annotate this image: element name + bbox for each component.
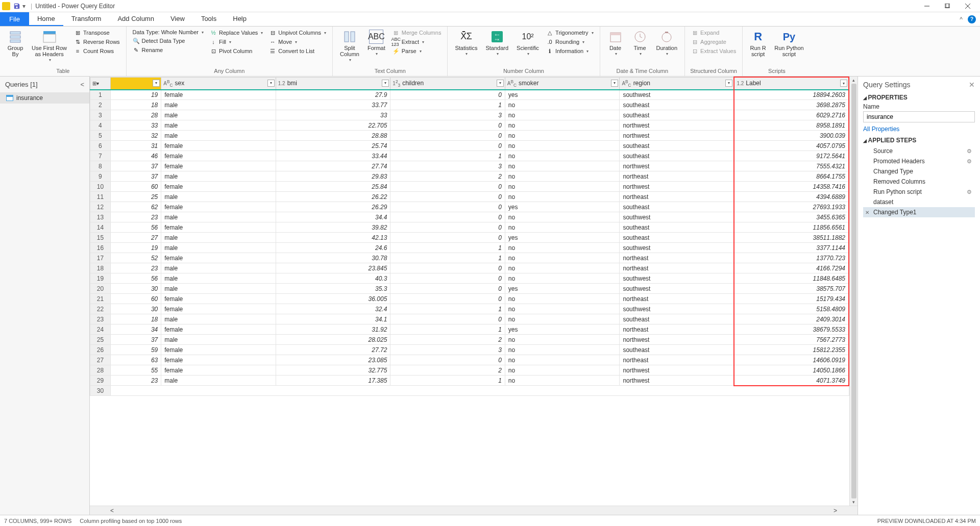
cell-sex[interactable]: male bbox=[161, 100, 276, 110]
table-row[interactable]: 218male33.771nosoutheast3698.2875 bbox=[90, 100, 849, 110]
date-button[interactable]: Date▾ bbox=[604, 29, 627, 58]
cell-smoker[interactable]: no bbox=[505, 253, 620, 263]
cell-children[interactable]: 0 bbox=[390, 212, 505, 222]
cell-sex[interactable]: female bbox=[161, 222, 276, 233]
cell-age[interactable]: 23 bbox=[110, 263, 161, 273]
cell-bmi[interactable]: 36.005 bbox=[276, 294, 390, 304]
cell-bmi[interactable]: 33.77 bbox=[276, 100, 390, 110]
tab-tools[interactable]: Tools bbox=[193, 12, 225, 26]
cell-label[interactable]: 15812.2355 bbox=[734, 345, 849, 355]
row-number[interactable]: 7 bbox=[90, 151, 111, 161]
cell-region[interactable]: southwest bbox=[620, 273, 734, 284]
cell-age[interactable]: 19 bbox=[110, 243, 161, 253]
cell-sex[interactable]: female bbox=[161, 151, 276, 161]
minimize-button[interactable] bbox=[917, 0, 937, 12]
trigonometry-button[interactable]: △Trigonometry▾ bbox=[544, 29, 595, 37]
row-number[interactable]: 20 bbox=[90, 284, 111, 294]
cell-region[interactable]: northeast bbox=[620, 294, 734, 304]
row-number[interactable]: 5 bbox=[90, 131, 111, 141]
statistics-button[interactable]: X̄ΣStatistics▾ bbox=[452, 29, 480, 58]
cell-bmi[interactable]: 26.29 bbox=[276, 202, 390, 212]
cell-sex[interactable]: male bbox=[161, 212, 276, 222]
cell-label[interactable]: 38575.707 bbox=[734, 284, 849, 294]
applied-step[interactable]: Removed Columns bbox=[863, 177, 975, 187]
move-button[interactable]: ↔Move▾ bbox=[267, 38, 328, 46]
row-number[interactable]: 8 bbox=[90, 161, 111, 171]
run-python-button[interactable]: PyRun Python script bbox=[771, 29, 806, 58]
cell-sex[interactable]: male bbox=[161, 233, 276, 243]
cell-bmi[interactable]: 31.92 bbox=[276, 324, 390, 335]
duration-button[interactable]: Duration▾ bbox=[653, 29, 681, 58]
cell-age[interactable]: 23 bbox=[110, 375, 161, 386]
cell-children[interactable]: 0 bbox=[390, 355, 505, 365]
cell-bmi[interactable]: 22.705 bbox=[276, 120, 390, 131]
cell-region[interactable]: southeast bbox=[620, 233, 734, 243]
tab-add-column[interactable]: Add Column bbox=[109, 12, 162, 26]
collapse-ribbon-icon[interactable]: ^ bbox=[960, 16, 963, 23]
cell-children[interactable]: 2 bbox=[390, 171, 505, 182]
cell-label[interactable]: 38511.1882 bbox=[734, 233, 849, 243]
cell-label[interactable]: 8958.1891 bbox=[734, 120, 849, 131]
extract-values-button[interactable]: ⊡Extract Values bbox=[689, 47, 738, 55]
filter-dropdown-icon[interactable]: ▾ bbox=[382, 80, 389, 87]
table-row[interactable]: 1323male34.40nosouthwest3455.6365 bbox=[90, 212, 849, 222]
cell-smoker[interactable]: yes bbox=[505, 284, 620, 294]
column-header-bmi[interactable]: 1.2bmi▾ bbox=[276, 77, 390, 90]
cell-label[interactable]: 4394.6889 bbox=[734, 192, 849, 202]
cell-region[interactable]: southwest bbox=[620, 212, 734, 222]
column-header-region[interactable]: ABCregion▾ bbox=[620, 77, 734, 90]
cell-label[interactable]: 38679.5533 bbox=[734, 324, 849, 335]
time-button[interactable]: Time▾ bbox=[629, 29, 651, 58]
help-icon[interactable]: ? bbox=[968, 15, 976, 23]
cell-sex[interactable]: male bbox=[161, 284, 276, 294]
gear-icon[interactable]: ⚙ bbox=[967, 189, 972, 195]
column-header-children[interactable]: 123children▾ bbox=[390, 77, 505, 90]
table-row[interactable]: 1752female30.781nonortheast13770.723 bbox=[90, 253, 849, 263]
table-row[interactable]: 328male333nosoutheast6029.2716 bbox=[90, 110, 849, 120]
cell-region[interactable]: southeast bbox=[620, 202, 734, 212]
cell-region[interactable]: northwest bbox=[620, 182, 734, 192]
cell-smoker[interactable]: no bbox=[505, 192, 620, 202]
aggregate-button[interactable]: ⊟Aggregate bbox=[689, 38, 738, 46]
cell-region[interactable]: northwest bbox=[620, 365, 734, 375]
cell-region[interactable]: northwest bbox=[620, 120, 734, 131]
cell-sex[interactable]: female bbox=[161, 355, 276, 365]
maximize-button[interactable] bbox=[937, 0, 958, 12]
cell-bmi[interactable]: 30.78 bbox=[276, 253, 390, 263]
table-row[interactable]: 2763female23.0850nonortheast14606.0919 bbox=[90, 355, 849, 365]
cell-smoker[interactable]: no bbox=[505, 141, 620, 151]
cell-age[interactable]: 56 bbox=[110, 273, 161, 284]
unpivot-button[interactable]: ⊟Unpivot Columns▾ bbox=[267, 29, 328, 37]
cell-region[interactable]: northeast bbox=[620, 171, 734, 182]
cell-children[interactable]: 0 bbox=[390, 120, 505, 131]
row-number[interactable]: 29 bbox=[90, 375, 111, 386]
cell-bmi[interactable]: 26.22 bbox=[276, 192, 390, 202]
row-number[interactable]: 18 bbox=[90, 263, 111, 273]
cell-children[interactable]: 3 bbox=[390, 345, 505, 355]
cell-age[interactable]: 28 bbox=[110, 110, 161, 120]
cell-age[interactable]: 34 bbox=[110, 324, 161, 335]
table-row[interactable]: 937male29.832nonortheast8664.1755 bbox=[90, 171, 849, 182]
cell-bmi[interactable]: 27.74 bbox=[276, 161, 390, 171]
tab-view[interactable]: View bbox=[162, 12, 193, 26]
cell-age[interactable]: 59 bbox=[110, 345, 161, 355]
cell-region[interactable]: northeast bbox=[620, 192, 734, 202]
tab-help[interactable]: Help bbox=[225, 12, 255, 26]
row-number[interactable]: 23 bbox=[90, 314, 111, 324]
filter-dropdown-icon[interactable]: ▾ bbox=[153, 80, 160, 87]
cell-smoker[interactable]: yes bbox=[505, 90, 620, 100]
cell-sex[interactable]: male bbox=[161, 375, 276, 386]
cell-region[interactable]: northwest bbox=[620, 131, 734, 141]
cell-children[interactable]: 0 bbox=[390, 263, 505, 273]
cell-age[interactable]: 37 bbox=[110, 171, 161, 182]
cell-smoker[interactable]: no bbox=[505, 335, 620, 345]
cell-smoker[interactable]: no bbox=[505, 151, 620, 161]
row-number[interactable]: 22 bbox=[90, 304, 111, 314]
table-row[interactable]: 1060female25.840nonorthwest14358.7416 bbox=[90, 182, 849, 192]
convert-list-button[interactable]: ☰Convert to List bbox=[267, 47, 328, 55]
cell-region[interactable]: northeast bbox=[620, 253, 734, 263]
cell-children[interactable]: 1 bbox=[390, 304, 505, 314]
cell-children[interactable]: 1 bbox=[390, 253, 505, 263]
filter-dropdown-icon[interactable]: ▾ bbox=[611, 80, 618, 87]
cell-sex[interactable]: female bbox=[161, 182, 276, 192]
